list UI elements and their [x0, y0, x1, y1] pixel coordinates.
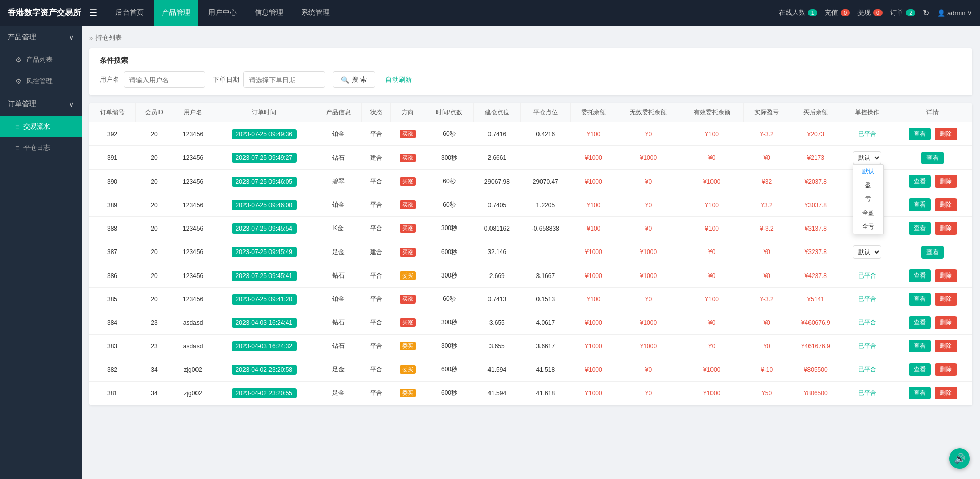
- cell-valid-entrust: ¥1000: [680, 170, 744, 193]
- cell-valid-entrust: ¥100: [680, 288, 744, 311]
- refresh-icon[interactable]: ↻: [923, 8, 929, 18]
- direction-tag: 买涨: [400, 130, 416, 138]
- delete-button[interactable]: 删除: [935, 269, 957, 282]
- order-date-input[interactable]: [243, 71, 325, 88]
- cell-member-id: 20: [135, 193, 173, 217]
- delete-button[interactable]: 删除: [935, 387, 957, 399]
- sidebar-item-risk-mgmt[interactable]: ⚙ 风控管理: [0, 70, 82, 92]
- table-row: 386 20 123456 2023-07-25 09:45:41 钻石 平合 …: [89, 264, 972, 288]
- time-tag: 2023-07-25 09:45:54: [232, 223, 297, 234]
- nav-item-system[interactable]: 系统管理: [293, 0, 337, 26]
- view-button[interactable]: 查看: [909, 340, 931, 352]
- sound-button[interactable]: 🔊: [949, 448, 970, 469]
- sidebar-item-product-list[interactable]: ⚙ 产品列表: [0, 49, 82, 70]
- sidebar-product-list-label: 产品列表: [26, 55, 53, 64]
- direction-tag: 买涨: [400, 295, 416, 304]
- delete-button[interactable]: 删除: [935, 363, 957, 376]
- cell-open-price: 0.081162: [474, 217, 521, 240]
- cell-username: 123456: [173, 217, 213, 240]
- cell-detail: 查看 删除: [893, 382, 972, 405]
- search-button[interactable]: 🔍 搜 索: [333, 71, 375, 88]
- cell-entrust: ¥1000: [571, 264, 617, 288]
- search-box: 条件搜索 用户名 下单日期 🔍 搜 索 自动刷新: [89, 48, 972, 95]
- cell-close-price: 41.618: [521, 382, 571, 405]
- view-button[interactable]: 查看: [921, 246, 944, 259]
- delete-button[interactable]: 删除: [935, 340, 957, 352]
- delete-button[interactable]: 删除: [935, 175, 957, 188]
- view-button[interactable]: 查看: [909, 128, 931, 140]
- cell-duration: 300秒: [425, 311, 473, 335]
- order-date-field: 下单日期: [213, 71, 325, 88]
- dropdown-item-all-loss[interactable]: 全亏: [853, 220, 883, 234]
- sidebar-item-close-log[interactable]: ≡ 平仓日志: [0, 137, 82, 159]
- cell-pnl: ¥-3.2: [744, 217, 790, 240]
- nav-item-info[interactable]: 信息管理: [247, 0, 291, 26]
- cell-invalid-entrust: ¥0: [617, 193, 680, 217]
- nav-item-home[interactable]: 后台首页: [108, 0, 152, 26]
- cell-product: 碧翠: [315, 170, 361, 193]
- delete-button[interactable]: 删除: [935, 198, 957, 211]
- op-dropdown-open: 默认 盈 亏 全盈 全亏: [853, 164, 884, 234]
- nav-item-user[interactable]: 用户中心: [201, 0, 244, 26]
- delete-button[interactable]: 删除: [935, 222, 957, 235]
- cell-member-id: 20: [135, 146, 173, 170]
- view-button[interactable]: 查看: [909, 175, 931, 188]
- dropdown-item-default[interactable]: 默认: [853, 165, 883, 179]
- cell-close-price: -0.658838: [521, 217, 571, 240]
- dropdown-item-loss[interactable]: 亏: [853, 192, 883, 206]
- delete-button[interactable]: 删除: [935, 316, 957, 329]
- auto-refresh-button[interactable]: 自动刷新: [383, 72, 414, 87]
- delete-button[interactable]: 删除: [935, 128, 957, 140]
- cell-close-price: 3.6617: [521, 335, 571, 358]
- cell-invalid-entrust: ¥0: [617, 288, 680, 311]
- charge-stat[interactable]: 充值 0: [825, 8, 850, 17]
- col-op: 单控操作: [842, 103, 893, 122]
- sidebar-item-trade-flow[interactable]: ≡ 交易流水: [0, 116, 82, 137]
- cell-order-id: 391: [89, 146, 135, 170]
- direction-tag: 委买: [400, 365, 416, 374]
- cell-direction: 买涨: [390, 146, 425, 170]
- view-button[interactable]: 查看: [909, 269, 931, 282]
- view-button[interactable]: 查看: [909, 316, 931, 329]
- menu-toggle-icon[interactable]: ☰: [89, 7, 97, 18]
- view-button[interactable]: 查看: [909, 222, 931, 235]
- op-settled: 已平合: [858, 366, 876, 373]
- cell-close-price: [521, 146, 571, 170]
- view-button[interactable]: 查看: [909, 363, 931, 376]
- cell-op[interactable]: 默认 盈 亏: [842, 240, 893, 264]
- cell-op[interactable]: 默认 盈 亏 全盈 全亏 默认 盈 亏 全盈: [842, 146, 893, 170]
- delete-button[interactable]: 删除: [935, 293, 957, 306]
- sidebar-group-product-title[interactable]: 产品管理 ∨: [0, 26, 82, 49]
- op-select-387[interactable]: 默认 盈 亏: [853, 245, 881, 259]
- online-label: 在线人数: [779, 8, 805, 17]
- nav-item-product[interactable]: 产品管理: [154, 0, 198, 26]
- cell-balance: ¥2173: [790, 146, 842, 170]
- cell-time: 2023-04-03 16:24:41: [213, 311, 315, 335]
- username-input[interactable]: [124, 71, 205, 88]
- cell-entrust: ¥1000: [571, 146, 617, 170]
- view-button[interactable]: 查看: [909, 293, 931, 306]
- charge-badge: 0: [841, 9, 850, 16]
- dropdown-item-all-profit[interactable]: 全盈: [853, 206, 883, 220]
- admin-label[interactable]: 👤 admin ∨: [937, 9, 972, 17]
- op-settled: 已平合: [858, 272, 876, 279]
- cell-status: 平合: [361, 170, 390, 193]
- sidebar-risk-mgmt-label: 风控管理: [26, 77, 53, 86]
- nav-menu: 后台首页 产品管理 用户中心 信息管理 系统管理: [108, 0, 779, 26]
- view-button[interactable]: 查看: [909, 198, 931, 211]
- dropdown-item-profit[interactable]: 盈: [853, 179, 883, 192]
- withdraw-stat[interactable]: 提现 0: [857, 8, 883, 17]
- cell-member-id: 20: [135, 122, 173, 146]
- app-logo: 香港数字资产交易所: [8, 8, 89, 18]
- op-dropdown-wrapper[interactable]: 默认 盈 亏 全盈 全亏 默认 盈 亏 全盈: [853, 151, 881, 164]
- view-button[interactable]: 查看: [909, 387, 931, 399]
- cell-detail: 查看 删除: [893, 358, 972, 382]
- order-stat[interactable]: 订单 2: [890, 8, 915, 17]
- sidebar-group-order-title[interactable]: 订单管理 ∨: [0, 92, 82, 116]
- cell-open-price: 3.655: [474, 335, 521, 358]
- cell-order-id: 381: [89, 382, 135, 405]
- chevron-down-icon-2: ∨: [69, 100, 74, 108]
- cell-invalid-entrust: ¥1000: [617, 240, 680, 264]
- op-select[interactable]: 默认 盈 亏 全盈 全亏: [853, 151, 881, 164]
- view-button[interactable]: 查看: [921, 152, 944, 164]
